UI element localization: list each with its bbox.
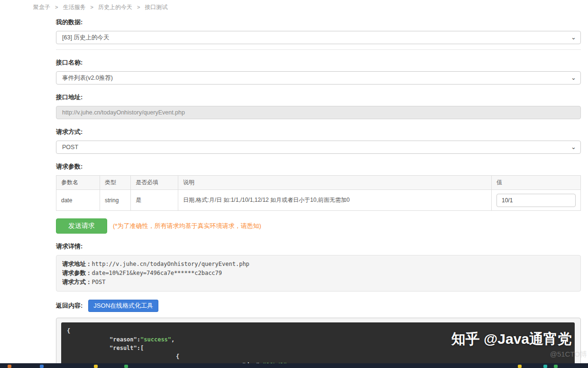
params-table: 参数名类型是否必填说明值 datestring是日期,格式:月/日 如:1/1,… xyxy=(56,175,581,211)
param-desc: 日期,格式:月/日 如:1/1,/10/1,12/12 如月或者日小于10,前面… xyxy=(178,190,492,211)
breadcrumb-separator-icon: > xyxy=(90,4,93,10)
request-detail-label: 请求详情: xyxy=(56,242,581,251)
json-code-line: "reason":"success", xyxy=(67,335,575,344)
breadcrumb-item[interactable]: 历史上的今天 xyxy=(98,4,132,10)
taskbar-icon[interactable] xyxy=(94,365,98,368)
param-name: date xyxy=(56,190,100,211)
method-select[interactable]: POST ⌄ xyxy=(56,141,581,154)
param-row: datestring是日期,格式:月/日 如:1/1,/10/1,12/12 如… xyxy=(56,190,581,211)
api-name-select-value: 事件列表(v2.0推荐) xyxy=(62,75,113,81)
method-label: 请求方式: xyxy=(56,128,581,136)
chevron-down-icon: ⌄ xyxy=(571,72,576,84)
breadcrumb: 聚盒子>生活服务>历史上的今天>接口测试 xyxy=(0,0,588,11)
request-detail-line: 请求方式：POST xyxy=(62,278,575,287)
param-required: 是 xyxy=(131,190,178,211)
taskbar-icon[interactable] xyxy=(8,365,11,368)
chevron-down-icon: ⌄ xyxy=(571,141,576,153)
my-data-select[interactable]: [63] 历史上的今天 ⌄ xyxy=(56,31,581,44)
json-formatter-button[interactable]: JSON在线格式化工具 xyxy=(88,300,158,312)
json-code-line: { xyxy=(67,327,575,335)
taskbar-icon[interactable] xyxy=(543,365,547,368)
api-name-label: 接口名称: xyxy=(56,58,581,67)
params-header-row: 参数名类型是否必填说明值 xyxy=(56,176,581,190)
params-col-header: 类型 xyxy=(100,176,131,190)
taskbar-icon[interactable] xyxy=(554,365,558,368)
section-divider xyxy=(56,49,581,50)
taskbar xyxy=(0,363,588,368)
params-col-header: 值 xyxy=(492,176,581,190)
params-col-header: 说明 xyxy=(178,176,492,190)
api-name-select[interactable]: 事件列表(v2.0推荐) ⌄ xyxy=(56,71,581,85)
api-test-form: 我的数据: [63] 历史上的今天 ⌄ 接口名称: 事件列表(v2.0推荐) ⌄… xyxy=(56,18,581,368)
taskbar-icon[interactable] xyxy=(518,365,522,368)
breadcrumb-item[interactable]: 聚盒子 xyxy=(33,4,50,10)
request-detail-line: 请求地址：http://v.juhe.cn/todayOnhistory/que… xyxy=(62,260,575,269)
send-request-button[interactable]: 发送请求 xyxy=(56,218,107,234)
params-col-header: 参数名 xyxy=(56,176,100,190)
json-code-line: { xyxy=(67,352,575,361)
param-value-input[interactable] xyxy=(496,194,576,207)
json-code-line: "result":[ xyxy=(67,344,575,352)
breadcrumb-separator-icon: > xyxy=(137,4,140,10)
breadcrumb-item[interactable]: 生活服务 xyxy=(63,4,85,10)
request-detail-box: 请求地址：http://v.juhe.cn/todayOnhistory/que… xyxy=(56,255,581,292)
my-data-select-value: [63] 历史上的今天 xyxy=(62,34,109,41)
api-url-value: http://v.juhe.cn/todayOnhistory/queryEve… xyxy=(62,109,185,116)
params-col-header: 是否必填 xyxy=(131,176,178,190)
chevron-down-icon: ⌄ xyxy=(571,31,576,44)
taskbar-icon[interactable] xyxy=(124,365,128,368)
response-json: {"reason":"success","result":[{"day":"10… xyxy=(61,322,575,368)
taskbar-icon[interactable] xyxy=(40,365,44,368)
api-url-label: 接口地址: xyxy=(56,93,581,102)
response-label: 返回内容: xyxy=(56,302,83,310)
params-body: datestring是日期,格式:月/日 如:1/1,/10/1,12/12 如… xyxy=(56,190,581,211)
request-detail-line: 请求参数：date=10%2F1&key=7496ca7e******c2bac… xyxy=(62,269,575,278)
request-notice: (*为了准确性，所有请求均基于真实环境请求，请悉知) xyxy=(113,222,261,230)
method-select-value: POST xyxy=(62,144,78,151)
breadcrumb-item[interactable]: 接口测试 xyxy=(145,4,167,10)
response-container: {"reason":"success","result":[{"day":"10… xyxy=(56,318,581,368)
params-label: 请求参数: xyxy=(56,162,581,171)
breadcrumb-separator-icon: > xyxy=(55,4,58,10)
api-url-field: http://v.juhe.cn/todayOnhistory/queryEve… xyxy=(56,106,581,119)
my-data-label: 我的数据: xyxy=(56,18,581,27)
param-type: string xyxy=(100,190,131,211)
